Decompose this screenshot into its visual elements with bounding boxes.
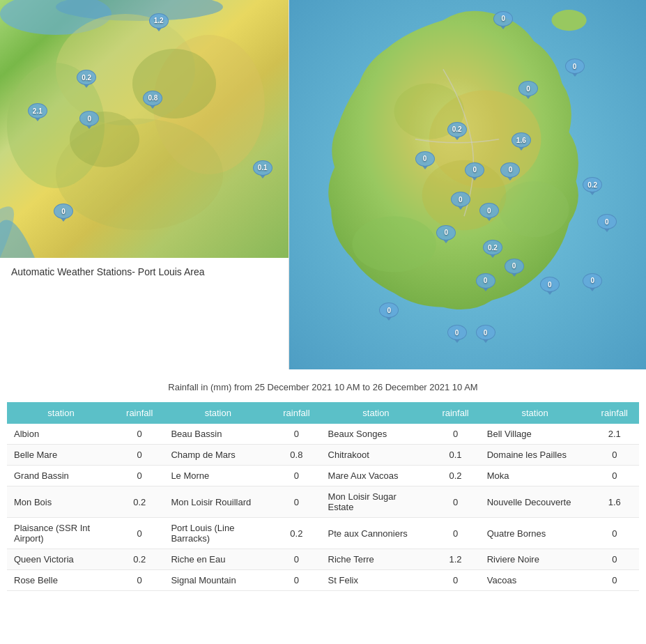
- rainfall-cell: 0: [272, 549, 321, 570]
- rainfall-cell: 0: [431, 570, 479, 591]
- station-cell: Riviere Noire: [480, 549, 590, 570]
- col-rainfall-4: rainfall: [590, 402, 639, 424]
- marker-right-0-15: 0: [379, 302, 399, 318]
- station-cell: Plaisance (SSR Int Airport): [7, 518, 115, 549]
- map-left: 1.2 0.2 0.8 2.1 0 0.1 0 Automatic Weathe…: [0, 0, 289, 369]
- table-row: Belle Mare0Champ de Mars0.8Chitrakoot0.1…: [7, 445, 639, 466]
- table-row: Albion0Beau Bassin0Beaux Songes0Bell Vil…: [7, 424, 639, 445]
- rainfall-cell: 0: [590, 549, 639, 570]
- station-cell: Mon Loisir Sugar Estate: [321, 486, 431, 518]
- svg-point-15: [551, 10, 586, 31]
- rainfall-cell: 0: [590, 570, 639, 591]
- maps-section: 1.2 0.2 0.8 2.1 0 0.1 0 Automatic Weathe…: [0, 0, 646, 369]
- station-cell: Chitrakoot: [321, 445, 431, 466]
- station-cell: Albion: [7, 424, 115, 445]
- station-cell: Grand Bassin: [7, 466, 115, 486]
- station-cell: Le Morne: [164, 466, 272, 486]
- station-cell: Belle Mare: [7, 445, 115, 466]
- rainfall-cell: 0.2: [115, 486, 164, 518]
- rainfall-cell: 0: [431, 486, 479, 518]
- station-cell: Beaux Songes: [321, 424, 431, 445]
- station-cell: Quatre Bornes: [480, 518, 590, 549]
- col-rainfall-3: rainfall: [431, 402, 479, 424]
- marker-right-0-4: 0: [415, 151, 435, 167]
- col-station-2: station: [164, 402, 272, 424]
- marker-right-0-9: 0: [436, 225, 456, 240]
- rainfall-info-text: Rainfall in (mm) from 25 December 2021 1…: [168, 382, 477, 392]
- station-cell: Bell Village: [480, 424, 590, 445]
- marker-right-0-11: 0: [476, 273, 495, 289]
- col-rainfall-1: rainfall: [115, 402, 164, 424]
- rainfall-cell: 0: [431, 424, 479, 445]
- rainfall-cell: 0.2: [272, 518, 321, 549]
- col-station-4: station: [480, 402, 590, 424]
- rainfall-cell: 0: [272, 424, 321, 445]
- table-row: Mon Bois0.2Mon Loisir Rouillard0Mon Lois…: [7, 486, 639, 518]
- marker-right-0-5: 0: [465, 162, 484, 178]
- marker-right-0.2-3: 0.2: [483, 240, 502, 255]
- marker-2.1: 2.1: [28, 103, 47, 118]
- station-cell: Pte aux Cannoniers: [321, 518, 431, 549]
- marker-0.8: 0.8: [143, 91, 162, 106]
- svg-point-13: [352, 216, 436, 272]
- map-right: 0 0 0 0.2 1.6 0 0 0 0.2 0 0 0 0.2 0 0 0 …: [289, 0, 646, 369]
- station-cell: St Felix: [321, 570, 431, 591]
- left-terrain: 1.2 0.2 0.8 2.1 0 0.1 0: [0, 0, 289, 258]
- station-cell: Champ de Mars: [164, 445, 272, 466]
- station-cell: Port Louis (Line Barracks): [164, 518, 272, 549]
- station-cell: Mon Bois: [7, 486, 115, 518]
- table-row: Plaisance (SSR Int Airport)0Port Louis (…: [7, 518, 639, 549]
- table-header-row: station rainfall station rainfall statio…: [7, 402, 639, 424]
- station-cell: Riche Terre: [321, 549, 431, 570]
- caption-text: Automatic Weather Stations- Port Louis A…: [11, 266, 205, 277]
- station-cell: Beau Bassin: [164, 424, 272, 445]
- rainfall-cell: 0: [590, 466, 639, 486]
- col-rainfall-2: rainfall: [272, 402, 321, 424]
- station-cell: Domaine les Pailles: [480, 445, 590, 466]
- marker-0-left1: 0: [79, 111, 99, 126]
- marker-0.1: 0.1: [253, 160, 272, 176]
- station-cell: Vacoas: [480, 570, 590, 591]
- rainfall-cell: 0: [115, 466, 164, 486]
- svg-point-7: [132, 49, 216, 118]
- marker-right-0.2-2: 0.2: [583, 177, 602, 192]
- marker-right-0-7: 0: [451, 192, 470, 207]
- table-row: Queen Victoria0.2Riche en Eau0Riche Terr…: [7, 549, 639, 570]
- station-cell: Riche en Eau: [164, 549, 272, 570]
- marker-right-0-2: 0: [565, 59, 585, 74]
- marker-1.2: 1.2: [149, 13, 169, 29]
- marker-right-0-1: 0: [493, 11, 513, 26]
- marker-right-0-12: 0: [540, 277, 560, 292]
- marker-right-1.6: 1.6: [512, 132, 531, 148]
- rainfall-cell: 1.2: [431, 549, 479, 570]
- rainfall-cell: 0: [115, 424, 164, 445]
- table-section: station rainfall station rainfall statio…: [0, 402, 646, 605]
- svg-point-14: [499, 181, 569, 237]
- marker-right-0-8: 0: [479, 203, 499, 218]
- marker-right-0-17: 0: [476, 325, 495, 340]
- marker-0.2-left: 0.2: [77, 70, 96, 85]
- station-cell: Rose Belle: [7, 570, 115, 591]
- marker-right-0-6: 0: [500, 162, 520, 178]
- marker-right-0-14: 0: [597, 214, 617, 229]
- col-station-3: station: [321, 402, 431, 424]
- rainfall-cell: 0: [590, 445, 639, 466]
- rainfall-cell: 0.8: [272, 445, 321, 466]
- rainfall-cell: 0: [115, 570, 164, 591]
- table-row: Rose Belle0Signal Mountain0St Felix0Vaco…: [7, 570, 639, 591]
- rainfall-cell: 0: [431, 518, 479, 549]
- col-station-1: station: [7, 402, 115, 424]
- rainfall-cell: 0: [272, 486, 321, 518]
- rainfall-info: Rainfall in (mm) from 25 December 2021 1…: [0, 369, 646, 399]
- station-cell: Signal Mountain: [164, 570, 272, 591]
- rainfall-cell: 0: [272, 466, 321, 486]
- rainfall-cell: 0: [115, 445, 164, 466]
- rainfall-cell: 0: [272, 570, 321, 591]
- station-cell: Moka: [480, 466, 590, 486]
- marker-right-0-16: 0: [447, 325, 467, 340]
- rainfall-cell: 1.6: [590, 486, 639, 518]
- rainfall-cell: 2.1: [590, 424, 639, 445]
- map-caption: Automatic Weather Stations- Port Louis A…: [0, 258, 289, 286]
- rainfall-cell: 0: [115, 518, 164, 549]
- station-cell: Nouvelle Decouverte: [480, 486, 590, 518]
